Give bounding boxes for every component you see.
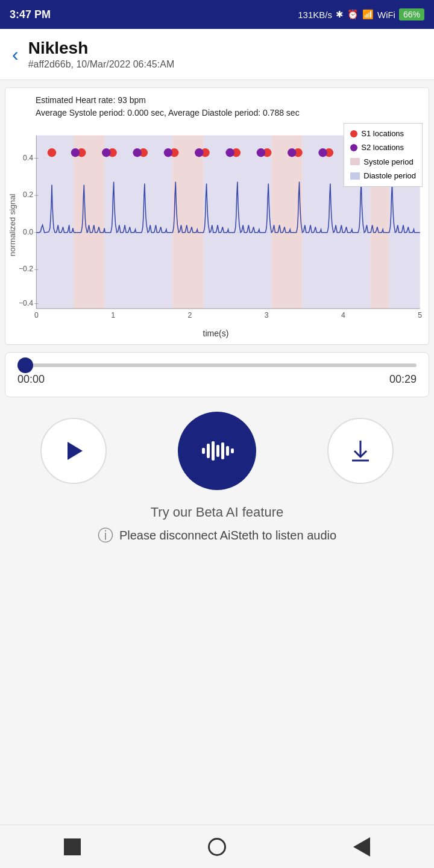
- speed-indicator: 131KB/s: [298, 10, 332, 20]
- chart-legend: S1 locations S2 locations Systole period…: [344, 123, 423, 187]
- svg-point-48: [288, 148, 296, 157]
- info-icon: ⓘ: [98, 525, 113, 546]
- nav-back-button[interactable]: [347, 832, 376, 861]
- legend-diastole: Diastole period: [350, 169, 416, 183]
- beta-title: Try our Beta AI feature: [12, 505, 422, 520]
- svg-text:−0.2: −0.2: [19, 265, 33, 273]
- s1-dot: [350, 130, 357, 137]
- triangle-icon: [353, 837, 370, 857]
- bottom-navigation: [0, 825, 434, 868]
- svg-point-47: [257, 148, 265, 157]
- svg-text:0.0: 0.0: [23, 228, 33, 236]
- waveform-button[interactable]: [178, 412, 256, 490]
- svg-rect-1: [36, 136, 74, 309]
- svg-point-45: [195, 148, 203, 157]
- svg-rect-59: [231, 448, 234, 453]
- waveform-icon: [199, 439, 235, 463]
- diastole-rect: [350, 172, 360, 180]
- battery-icon: 66%: [399, 8, 424, 20]
- svg-text:0.2: 0.2: [23, 190, 33, 199]
- current-time: 00:00: [17, 373, 45, 386]
- back-button[interactable]: ‹: [12, 45, 19, 64]
- controls-row: [5, 412, 429, 490]
- svg-rect-6: [74, 136, 104, 309]
- svg-point-44: [164, 148, 172, 157]
- heart-rate-label: Estimated Heart rate: 93 bpm: [36, 94, 426, 107]
- svg-text:2: 2: [187, 311, 192, 319]
- svg-rect-54: [207, 444, 210, 458]
- wifi-icon: WiFi: [377, 10, 395, 20]
- square-icon: [64, 838, 81, 855]
- svg-text:0: 0: [34, 311, 39, 319]
- total-time: 00:29: [389, 373, 417, 386]
- svg-point-49: [318, 148, 327, 157]
- page-header: ‹ Niklesh #aff2d66b, 10/Mar/2022 06:45:A…: [0, 29, 434, 80]
- svg-rect-58: [226, 446, 229, 456]
- legend-s1: S1 locations: [350, 127, 416, 140]
- beta-section: Try our Beta AI feature ⓘ Please disconn…: [12, 505, 422, 546]
- status-icons: 131KB/s ✱ ⏰ 📶 WiFi 66%: [298, 8, 424, 20]
- play-icon: [61, 439, 86, 463]
- play-button[interactable]: [40, 418, 107, 484]
- download-button[interactable]: [327, 418, 394, 484]
- svg-point-29: [48, 148, 56, 157]
- svg-rect-56: [216, 445, 219, 457]
- svg-rect-3: [203, 136, 271, 309]
- chart-info: Estimated Heart rate: 93 bpm Average Sys…: [36, 94, 426, 119]
- beta-desc-row: ⓘ Please disconnect AiSteth to listen au…: [12, 525, 422, 546]
- svg-text:4: 4: [341, 311, 345, 319]
- status-time: 3:47 PM: [10, 8, 51, 21]
- circle-icon: [208, 838, 226, 856]
- nav-square-button[interactable]: [58, 832, 87, 861]
- beta-description: Please disconnect AiSteth to listen audi…: [119, 529, 336, 542]
- svg-point-41: [71, 148, 80, 157]
- chart-wrap: S1 locations S2 locations Systole period…: [5, 123, 426, 338]
- svg-text:1: 1: [111, 311, 115, 319]
- svg-point-42: [102, 148, 110, 157]
- svg-point-46: [225, 148, 234, 157]
- svg-text:normalized signal: normalized signal: [8, 193, 17, 256]
- signal-icon: 📶: [362, 9, 374, 20]
- time-display: 00:00 00:29: [17, 373, 417, 386]
- status-bar: 3:47 PM 131KB/s ✱ ⏰ 📶 WiFi 66%: [0, 0, 434, 29]
- svg-point-43: [133, 148, 141, 157]
- svg-rect-57: [221, 442, 224, 459]
- period-label: Average Systole period: 0.000 sec, Avera…: [36, 107, 426, 119]
- progress-thumb[interactable]: [17, 357, 33, 373]
- svg-text:5: 5: [418, 311, 422, 319]
- audio-player: 00:00 00:29: [5, 352, 429, 397]
- progress-bar[interactable]: [17, 363, 417, 367]
- nav-home-button[interactable]: [203, 832, 231, 861]
- download-icon: [347, 438, 374, 464]
- alarm-icon: ⏰: [347, 9, 359, 20]
- legend-s2: S2 locations: [350, 140, 416, 154]
- heart-chart-container: Estimated Heart rate: 93 bpm Average Sys…: [5, 87, 429, 345]
- bluetooth-icon: ✱: [336, 9, 344, 20]
- legend-systole: Systole period: [350, 155, 416, 169]
- header-text: Niklesh #aff2d66b, 10/Mar/2022 06:45:AM: [28, 39, 175, 70]
- svg-text:−0.4: −0.4: [19, 299, 33, 307]
- x-axis-label: time(s): [5, 329, 426, 338]
- svg-rect-53: [202, 448, 205, 454]
- s2-dot: [350, 144, 357, 151]
- svg-text:3: 3: [265, 311, 269, 319]
- systole-rect: [350, 158, 360, 165]
- svg-marker-52: [68, 442, 83, 460]
- patient-name: Niklesh: [28, 39, 175, 58]
- svg-rect-2: [104, 136, 172, 309]
- svg-rect-55: [212, 441, 215, 461]
- svg-text:0.4: 0.4: [23, 154, 33, 162]
- record-id-date: #aff2d66b, 10/Mar/2022 06:45:AM: [28, 59, 175, 70]
